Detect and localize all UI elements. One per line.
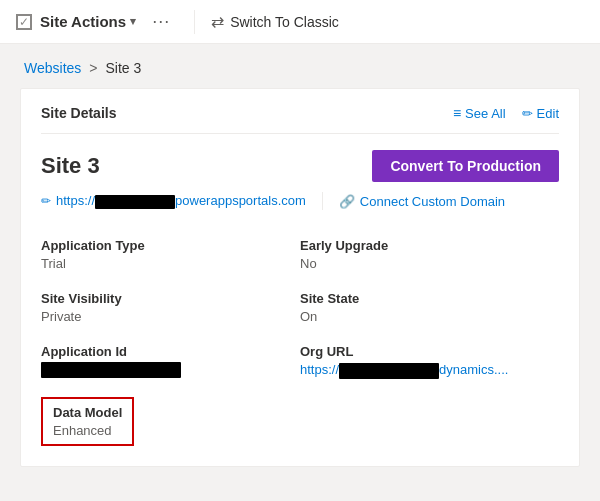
application-type-label: Application Type (41, 238, 300, 253)
breadcrumb-websites-link[interactable]: Websites (24, 60, 81, 76)
chevron-down-icon: ▾ (130, 15, 136, 28)
card-title: Site Details (41, 105, 116, 121)
list-icon: ≡ (453, 105, 461, 121)
see-all-button[interactable]: ≡ See All (453, 105, 506, 121)
link-icon: 🔗 (339, 194, 355, 209)
url-row: ✏ https://powerappsportals.com 🔗 Connect… (41, 192, 559, 210)
site-actions-label: Site Actions (40, 13, 126, 30)
site-visibility-value: Private (41, 309, 300, 324)
breadcrumb-separator: > (89, 60, 97, 76)
nav-checkbox-icon: ✓ (16, 14, 32, 30)
card-header: Site Details ≡ See All ✏ Edit (41, 105, 559, 134)
data-model-label: Data Model (53, 405, 122, 420)
pencil-small-icon: ✏ (41, 194, 51, 208)
connect-custom-domain-button[interactable]: 🔗 Connect Custom Domain (339, 194, 505, 209)
application-id-redacted (41, 362, 181, 378)
breadcrumb: Websites > Site 3 (0, 44, 600, 84)
application-type-value: Trial (41, 256, 300, 271)
org-url-value[interactable]: https://dynamics.... (300, 362, 559, 379)
breadcrumb-current: Site 3 (106, 60, 142, 76)
connect-domain-label: Connect Custom Domain (360, 194, 505, 209)
url-redacted (95, 195, 175, 209)
site-state-value: On (300, 309, 559, 324)
site-title-row: Site 3 Convert To Production (41, 150, 559, 182)
see-all-label: See All (465, 106, 505, 121)
site-state-label: Site State (300, 291, 559, 306)
data-model-value: Enhanced (53, 423, 122, 438)
switch-to-classic-button[interactable]: ⇄ Switch To Classic (211, 12, 339, 31)
early-upgrade-item: Early Upgrade No (300, 228, 559, 281)
data-model-box: Data Model Enhanced (41, 397, 134, 446)
url-text: https://powerappsportals.com (56, 193, 306, 209)
application-id-value (41, 362, 300, 378)
application-id-label: Application Id (41, 344, 300, 359)
card-actions: ≡ See All ✏ Edit (453, 105, 559, 121)
pencil-icon: ✏ (522, 106, 533, 121)
application-id-item: Application Id (41, 334, 300, 389)
org-url-redacted (339, 363, 439, 379)
more-options-button[interactable]: ··· (144, 11, 178, 32)
edit-label: Edit (537, 106, 559, 121)
site-name: Site 3 (41, 153, 100, 179)
details-grid: Application Type Trial Early Upgrade No … (41, 228, 559, 389)
application-type-item: Application Type Trial (41, 228, 300, 281)
switch-icon: ⇄ (211, 12, 224, 31)
site-url-link[interactable]: ✏ https://powerappsportals.com (41, 193, 306, 209)
site-visibility-label: Site Visibility (41, 291, 300, 306)
org-url-label: Org URL (300, 344, 559, 359)
top-nav: ✓ Site Actions ▾ ··· ⇄ Switch To Classic (0, 0, 600, 44)
site-details-card: Site Details ≡ See All ✏ Edit Site 3 Con… (20, 88, 580, 467)
url-row-divider (322, 192, 323, 210)
site-visibility-item: Site Visibility Private (41, 281, 300, 334)
convert-to-production-button[interactable]: Convert To Production (372, 150, 559, 182)
nav-divider (194, 10, 195, 34)
site-actions-button[interactable]: Site Actions ▾ (40, 13, 136, 30)
org-url-item: Org URL https://dynamics.... (300, 334, 559, 389)
site-state-item: Site State On (300, 281, 559, 334)
edit-button[interactable]: ✏ Edit (522, 106, 559, 121)
switch-to-classic-label: Switch To Classic (230, 14, 339, 30)
early-upgrade-label: Early Upgrade (300, 238, 559, 253)
early-upgrade-value: No (300, 256, 559, 271)
